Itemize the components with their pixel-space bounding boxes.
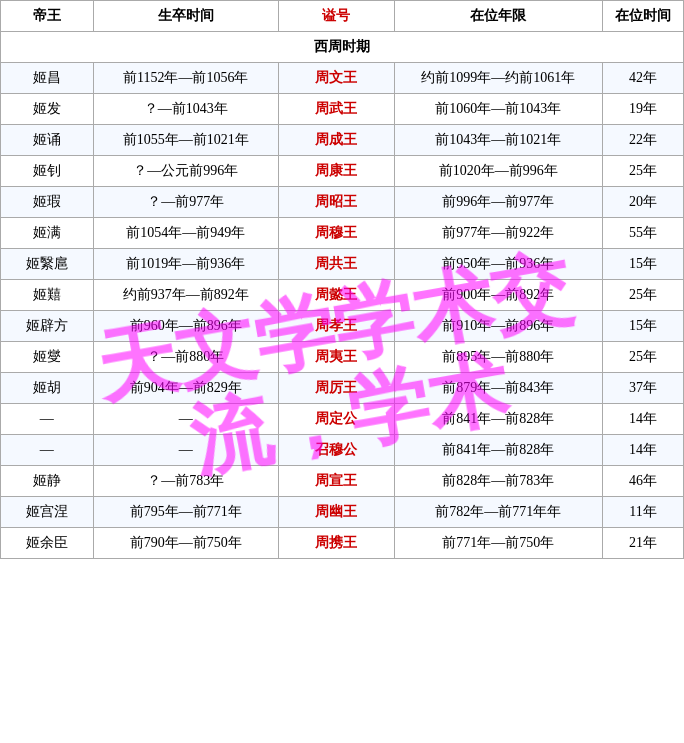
- cell-birth: 前1055年—前1021年: [93, 125, 278, 156]
- cell-reign-years: 25年: [602, 156, 683, 187]
- cell-posthumous: 周定公: [278, 404, 394, 435]
- cell-reign-years: 37年: [602, 373, 683, 404]
- cell-reign-years: 15年: [602, 311, 683, 342]
- table-row: 姬宫涅前795年—前771年周幽王前782年—前771年年11年: [1, 497, 684, 528]
- cell-posthumous: 周穆王: [278, 218, 394, 249]
- header-emperor: 帝王: [1, 1, 94, 32]
- cell-emperor: 姬宫涅: [1, 497, 94, 528]
- cell-reign-range: 前841年—前828年: [394, 404, 602, 435]
- cell-birth: 前1152年—前1056年: [93, 63, 278, 94]
- cell-reign-years: 11年: [602, 497, 683, 528]
- header-reign-years: 在位时间: [602, 1, 683, 32]
- table-row: 姬钊？—公元前996年周康王前1020年—前996年25年: [1, 156, 684, 187]
- table-row: 姬辟方前960年—前896年周孝王前910年—前896年15年: [1, 311, 684, 342]
- cell-reign-years: 20年: [602, 187, 683, 218]
- cell-reign-years: 14年: [602, 435, 683, 466]
- cell-emperor: 姬昌: [1, 63, 94, 94]
- cell-reign-range: 前996年—前977年: [394, 187, 602, 218]
- cell-reign-range: 约前1099年—约前1061年: [394, 63, 602, 94]
- cell-birth: ？—前1043年: [93, 94, 278, 125]
- cell-reign-years: 21年: [602, 528, 683, 559]
- cell-posthumous: 周幽王: [278, 497, 394, 528]
- cell-emperor: —: [1, 435, 94, 466]
- cell-posthumous: 周携王: [278, 528, 394, 559]
- cell-emperor: 姬瑕: [1, 187, 94, 218]
- cell-emperor: 姬诵: [1, 125, 94, 156]
- cell-posthumous: 周昭王: [278, 187, 394, 218]
- cell-emperor: 姬胡: [1, 373, 94, 404]
- cell-birth: 前790年—前750年: [93, 528, 278, 559]
- table-row: ——召穆公前841年—前828年14年: [1, 435, 684, 466]
- cell-birth: ？—前977年: [93, 187, 278, 218]
- table-row: 姬胡前904年—前829年周厉王前879年—前843年37年: [1, 373, 684, 404]
- cell-emperor: 姬囏: [1, 280, 94, 311]
- cell-reign-years: 55年: [602, 218, 683, 249]
- table-row: 姬满前1054年—前949年周穆王前977年—前922年55年: [1, 218, 684, 249]
- cell-reign-years: 19年: [602, 94, 683, 125]
- cell-emperor: 姬余臣: [1, 528, 94, 559]
- cell-reign-years: 46年: [602, 466, 683, 497]
- cell-posthumous: 周成王: [278, 125, 394, 156]
- cell-birth: —: [93, 404, 278, 435]
- cell-reign-range: 前950年—前936年: [394, 249, 602, 280]
- cell-reign-range: 前1020年—前996年: [394, 156, 602, 187]
- cell-emperor: 姬满: [1, 218, 94, 249]
- cell-emperor: 姬发: [1, 94, 94, 125]
- table-row: 姬燮？—前880年周夷王前895年—前880年25年: [1, 342, 684, 373]
- cell-reign-range: 前977年—前922年: [394, 218, 602, 249]
- cell-reign-years: 25年: [602, 342, 683, 373]
- cell-reign-range: 前900年—前892年: [394, 280, 602, 311]
- cell-birth: 前904年—前829年: [93, 373, 278, 404]
- table-row: 姬静？—前783年周宣王前828年—前783年46年: [1, 466, 684, 497]
- header-reign-range: 在位年限: [394, 1, 602, 32]
- cell-reign-range: 前841年—前828年: [394, 435, 602, 466]
- cell-reign-years: 25年: [602, 280, 683, 311]
- cell-reign-years: 15年: [602, 249, 683, 280]
- cell-reign-years: 22年: [602, 125, 683, 156]
- cell-reign-range: 前910年—前896年: [394, 311, 602, 342]
- cell-birth: 前795年—前771年: [93, 497, 278, 528]
- cell-birth: ？—前783年: [93, 466, 278, 497]
- cell-emperor: —: [1, 404, 94, 435]
- table-row: 姬繄扈前1019年—前936年周共王前950年—前936年15年: [1, 249, 684, 280]
- table-row: 姬昌前1152年—前1056年周文王约前1099年—约前1061年42年: [1, 63, 684, 94]
- table-row: 姬发？—前1043年周武王前1060年—前1043年19年: [1, 94, 684, 125]
- cell-reign-years: 42年: [602, 63, 683, 94]
- cell-reign-range: 前879年—前843年: [394, 373, 602, 404]
- cell-birth: ？—前880年: [93, 342, 278, 373]
- cell-reign-years: 14年: [602, 404, 683, 435]
- cell-reign-range: 前771年—前750年: [394, 528, 602, 559]
- cell-birth: ？—公元前996年: [93, 156, 278, 187]
- cell-birth: —: [93, 435, 278, 466]
- cell-emperor: 姬燮: [1, 342, 94, 373]
- cell-emperor: 姬钊: [1, 156, 94, 187]
- cell-posthumous: 周孝王: [278, 311, 394, 342]
- table-row: ——周定公前841年—前828年14年: [1, 404, 684, 435]
- cell-reign-range: 前1043年—前1021年: [394, 125, 602, 156]
- cell-posthumous: 周康王: [278, 156, 394, 187]
- cell-posthumous: 周文王: [278, 63, 394, 94]
- cell-posthumous: 召穆公: [278, 435, 394, 466]
- cell-posthumous: 周厉王: [278, 373, 394, 404]
- cell-posthumous: 周武王: [278, 94, 394, 125]
- cell-emperor: 姬静: [1, 466, 94, 497]
- cell-reign-range: 前895年—前880年: [394, 342, 602, 373]
- cell-reign-range: 前1060年—前1043年: [394, 94, 602, 125]
- table-row: 姬囏约前937年—前892年周懿王前900年—前892年25年: [1, 280, 684, 311]
- table-row: 姬瑕？—前977年周昭王前996年—前977年20年: [1, 187, 684, 218]
- cell-birth: 前1054年—前949年: [93, 218, 278, 249]
- cell-posthumous: 周夷王: [278, 342, 394, 373]
- cell-posthumous: 周懿王: [278, 280, 394, 311]
- cell-posthumous: 周宣王: [278, 466, 394, 497]
- cell-birth: 约前937年—前892年: [93, 280, 278, 311]
- cell-emperor: 姬辟方: [1, 311, 94, 342]
- header-birth: 生卒时间: [93, 1, 278, 32]
- header-posthumous: 谥号: [278, 1, 394, 32]
- table-row: 姬余臣前790年—前750年周携王前771年—前750年21年: [1, 528, 684, 559]
- table-row: 姬诵前1055年—前1021年周成王前1043年—前1021年22年: [1, 125, 684, 156]
- cell-reign-range: 前828年—前783年: [394, 466, 602, 497]
- cell-emperor: 姬繄扈: [1, 249, 94, 280]
- cell-birth: 前1019年—前936年: [93, 249, 278, 280]
- cell-birth: 前960年—前896年: [93, 311, 278, 342]
- cell-posthumous: 周共王: [278, 249, 394, 280]
